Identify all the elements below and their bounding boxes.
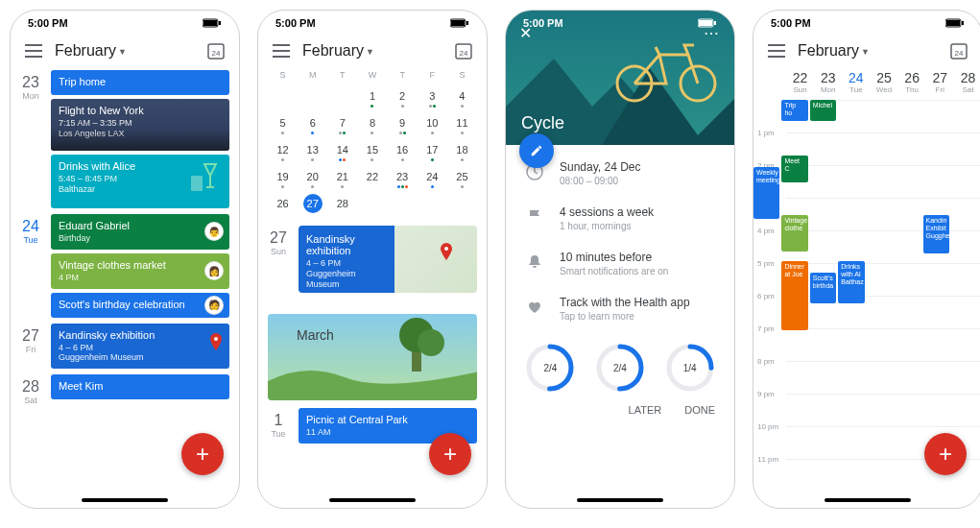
event-card[interactable]: Kandinsky exhibition4 – 6 PMGuggenheim M… <box>51 324 229 370</box>
month-picker[interactable]: February▼ <box>798 42 938 60</box>
calendar-day[interactable]: 24 <box>418 164 447 191</box>
calendar-day[interactable]: 28 <box>327 191 357 216</box>
menu-icon[interactable] <box>272 41 291 60</box>
today-icon[interactable]: 24 <box>949 41 968 60</box>
event-card[interactable]: Eduard GabrielBirthday👨 <box>51 214 229 250</box>
menu-icon[interactable] <box>24 41 43 60</box>
event-kandinsky-map[interactable]: Kandinsky exhibition 4 – 6 PM Guggenheim… <box>299 226 477 293</box>
calendar-day[interactable]: 20 <box>298 164 327 191</box>
calendar-day[interactable]: 5 <box>268 110 298 137</box>
calendar-day[interactable]: 15 <box>357 137 387 164</box>
calendar-day[interactable]: 2 <box>388 84 418 110</box>
detail-row[interactable]: Sunday, 24 Dec08:00 – 09:00 <box>560 160 719 186</box>
week-day-header[interactable]: 27Fri <box>926 70 954 94</box>
calendar-day[interactable]: 14 <box>327 137 357 164</box>
calendar-day[interactable]: 6 <box>298 110 327 137</box>
calendar-day[interactable]: 22 <box>357 164 387 191</box>
progress-ring: 1/4 <box>663 341 717 395</box>
week-day-header[interactable]: 24Tue <box>842 70 870 94</box>
week-event[interactable]: Dinner at Joe <box>781 261 807 330</box>
event-card[interactable]: Vintage clothes market4 PM👩 <box>51 253 229 289</box>
later-button[interactable]: LATER <box>629 404 662 416</box>
event-card[interactable]: Meet Kim <box>51 374 229 399</box>
create-event-fab[interactable]: + <box>924 433 967 475</box>
week-event[interactable]: Weekly meeting <box>753 167 779 219</box>
svg-rect-2 <box>219 21 221 25</box>
progress-ring: 2/4 <box>523 341 577 395</box>
week-event[interactable]: Meet C <box>781 156 807 182</box>
avatar-icon: 🧑 <box>204 296 224 315</box>
calendar-day[interactable]: 8 <box>357 110 387 137</box>
calendar-day[interactable]: 18 <box>447 137 477 164</box>
week-event[interactable]: Vintage clothe <box>781 215 807 252</box>
calendar-day[interactable]: 26 <box>268 191 298 216</box>
week-event[interactable]: Michel <box>810 100 836 121</box>
status-time: 5:00 PM <box>28 17 68 29</box>
detail-row[interactable]: Track with the Health appTap to learn mo… <box>560 296 719 322</box>
event-card[interactable]: Flight to New York7:15 AM – 3:35 PMLos A… <box>51 99 229 151</box>
calendar-day[interactable]: 19 <box>268 164 298 191</box>
event-card[interactable]: Trip home <box>51 70 229 95</box>
calendar-day[interactable]: 25 <box>447 164 477 191</box>
calendar-day[interactable] <box>327 84 357 110</box>
edit-fab[interactable] <box>519 133 554 168</box>
menu-icon[interactable] <box>767 41 786 60</box>
week-event[interactable]: Drinks with Al Balthaz <box>838 261 864 303</box>
create-event-fab[interactable]: + <box>181 433 224 475</box>
calendar-day[interactable] <box>447 191 477 216</box>
week-day-header[interactable]: 22Sun <box>786 70 814 94</box>
battery-icon <box>945 18 965 28</box>
svg-text:24: 24 <box>460 49 468 58</box>
calendar-day[interactable] <box>298 84 327 110</box>
calendar-day[interactable]: 21 <box>327 164 357 191</box>
svg-rect-1 <box>203 20 217 26</box>
week-day-header[interactable]: 25Wed <box>870 70 897 94</box>
calendar-day[interactable]: 27 <box>298 191 327 216</box>
calendar-day[interactable]: 1 <box>357 84 387 110</box>
calendar-day[interactable]: 4 <box>447 84 477 110</box>
calendar-day[interactable] <box>418 191 447 216</box>
calendar-day[interactable] <box>388 191 418 216</box>
create-event-fab[interactable]: + <box>429 433 471 475</box>
calendar-day[interactable]: 13 <box>298 137 327 164</box>
event-card[interactable]: Drinks with Alice5:45 – 8:45 PMBalthazar <box>51 155 229 208</box>
today-icon[interactable]: 24 <box>206 41 226 60</box>
detail-row[interactable]: 10 minutes beforeSmart notifications are… <box>560 251 719 276</box>
day-header: 24Tue <box>11 214 51 324</box>
month-grid[interactable]: 1234567891011121314151617181920212223242… <box>258 80 487 224</box>
svg-text:24: 24 <box>955 49 964 58</box>
calendar-day[interactable]: 12 <box>268 137 298 164</box>
calendar-day[interactable]: 10 <box>418 110 447 137</box>
month-picker[interactable]: February▼ <box>55 42 195 60</box>
event-card[interactable]: Scott's birthday celebration🧑 <box>51 293 229 318</box>
week-day-header[interactable]: 26Thu <box>898 70 926 94</box>
progress-rings: 2/42/41/4 <box>506 341 734 400</box>
event-title: Cycle <box>521 113 564 133</box>
cocktail-icon <box>187 162 222 197</box>
today-icon[interactable]: 24 <box>454 41 473 60</box>
screenshot-2-month: 5:00 PM February▼ 24 SMTWTFS 12345678910… <box>257 10 488 509</box>
week-event[interactable]: Scott's birthda <box>810 273 836 303</box>
home-indicator <box>82 498 168 502</box>
screenshot-1-agenda: 5:00 PM February▼ 24 23MonTrip homeFligh… <box>10 10 240 509</box>
week-day-header[interactable]: 23Mon <box>814 70 842 94</box>
week-event[interactable]: Trip ho <box>781 100 807 121</box>
calendar-day[interactable] <box>268 84 298 110</box>
home-indicator <box>577 498 663 502</box>
home-indicator <box>329 498 416 502</box>
calendar-day[interactable]: 23 <box>388 164 418 191</box>
calendar-day[interactable]: 17 <box>418 137 447 164</box>
week-event[interactable]: Kandin Exhibit Gugghe <box>923 215 949 253</box>
calendar-day[interactable] <box>357 191 387 216</box>
month-picker[interactable]: February▼ <box>302 42 442 60</box>
calendar-day[interactable]: 7 <box>327 110 357 137</box>
done-button[interactable]: DONE <box>684 404 715 416</box>
calendar-day[interactable]: 9 <box>388 110 418 137</box>
week-day-header[interactable]: 28Sat <box>954 70 980 94</box>
status-bar: 5:00 PM <box>506 11 734 36</box>
calendar-day[interactable]: 16 <box>388 137 418 164</box>
calendar-day[interactable]: 11 <box>447 110 477 137</box>
detail-row[interactable]: 4 sessions a week1 hour, mornings <box>560 205 719 231</box>
svg-rect-18 <box>714 21 716 25</box>
calendar-day[interactable]: 3 <box>418 84 447 110</box>
